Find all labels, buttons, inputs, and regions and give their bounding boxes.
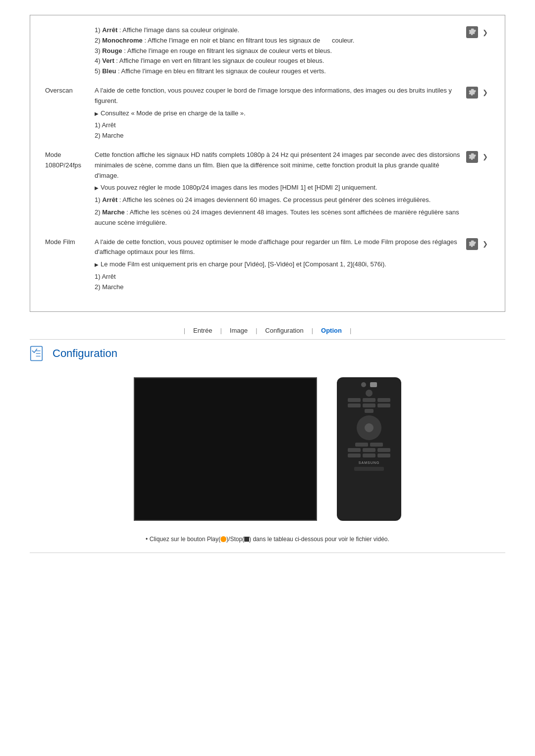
remote-btn-2c (377, 403, 390, 407)
label-film: Mode Film (45, 237, 95, 293)
remote-nav-ring (357, 415, 381, 440)
color-line-5: 5) Bleu : Affiche l'image en bleu en fil… (95, 66, 460, 77)
label-colors (45, 25, 95, 77)
label-overscan: Overscan (45, 86, 95, 141)
text-film: A l'aide de cette fonction, vous pouvez … (95, 237, 460, 293)
1080p-marche-label: Marche (102, 208, 125, 216)
film-note: Le mode Film est uniquement pris en char… (95, 259, 460, 270)
remote-bottom-btn (354, 467, 384, 471)
nav-item-entree[interactable]: Entrée (189, 327, 216, 334)
gear-icon (466, 26, 478, 38)
film-opt2: 2) Marche (95, 282, 460, 293)
remote-nav-center (365, 423, 374, 432)
1080p-opt2: 2) Marche : Affiche les scènes où 24 ima… (95, 207, 460, 228)
color-line-4: 4) Vert : Affiche l'image en vert en fil… (95, 56, 460, 66)
1080p-note: Vous pouvez régler le mode 1080p/24 imag… (95, 183, 460, 193)
arrow-right-icon-overscan: ❯ (480, 87, 490, 99)
1080p-opt1: 1) Arrêt : Affiche les scènes où 24 imag… (95, 195, 460, 205)
remote-btn-4a (355, 443, 368, 447)
text-overscan: A l'aide de cette fonction, vous pouvez … (95, 86, 460, 141)
remote-top-row (361, 382, 377, 387)
1080p-desc: Cette fonction affiche les signaux HD na… (95, 150, 460, 181)
tv-screen (134, 377, 317, 521)
remote-row-3 (365, 409, 374, 413)
color-line-3: 3) Rouge : Affiche l'image en rouge en f… (95, 46, 460, 56)
text-colors: 1) Arrêt : Affiche l'image dans sa coule… (95, 25, 460, 77)
remote-row-4 (355, 443, 383, 447)
footer-note: • Cliquez sur le bouton Play()/Stop() da… (30, 536, 505, 543)
footer-divider (30, 553, 505, 553)
remote-row-2 (348, 403, 390, 407)
remote-control: SAMSUNG (337, 377, 401, 521)
remote-btn-2b (363, 403, 375, 407)
film-desc: A l'aide de cette fonction, vous pouvez … (95, 237, 460, 258)
gear-icon-film (466, 238, 478, 250)
remote-brand-label: SAMSUNG (359, 461, 379, 464)
icon-col-overscan: ❯ (460, 86, 490, 141)
remote-btn-circle1 (366, 390, 373, 397)
overscan-opt1: 1) Arrêt (95, 120, 460, 131)
stop-icon (244, 537, 249, 542)
remote-btn-4b (370, 443, 383, 447)
media-area: SAMSUNG (30, 377, 505, 521)
remote-btn-5b (363, 448, 375, 452)
overscan-note: Consultez « Mode de prise en charge de l… (95, 108, 460, 119)
remote-btn-5c (377, 448, 390, 452)
icon-col-colors: ❯ (460, 25, 490, 77)
nav-item-image[interactable]: Image (226, 327, 252, 334)
remote-btn-1c (377, 398, 390, 402)
remote-btn-power (361, 382, 366, 387)
content-row-colors: 1) Arrêt : Affiche l'image dans sa coule… (45, 25, 490, 77)
remote-btn-3a (365, 409, 374, 413)
top-content-box: 1) Arrêt : Affiche l'image dans sa coule… (30, 15, 505, 312)
arrow-right-icon-film: ❯ (480, 238, 490, 250)
color-rouge-label: Rouge (102, 47, 122, 54)
nav-bar: | Entrée | Image | Configuration | Optio… (0, 327, 535, 334)
remote-btn-5a (348, 448, 361, 452)
nav-item-option[interactable]: Option (317, 327, 346, 334)
color-mono-label: Monochrome (102, 37, 143, 44)
arrow-right-icon: ❯ (480, 26, 490, 38)
color-arret-label: Arrêt (102, 26, 117, 34)
1080p-arret-label: Arrêt (102, 196, 117, 203)
color-line-1: 1) Arrêt : Affiche l'image dans sa coule… (95, 25, 460, 36)
remote-btn-1a (348, 398, 361, 402)
remote-row-5 (348, 448, 390, 452)
config-page-icon (30, 345, 48, 362)
color-bleu-label: Bleu (102, 67, 116, 75)
nav-divider (30, 339, 505, 340)
section-header: Configuration (30, 345, 505, 362)
remote-btn-6c (377, 454, 390, 457)
nav-sep-1: | (180, 327, 189, 334)
text-1080p: Cette fonction affiche les signaux HD na… (95, 150, 460, 228)
remote-btn-1b (363, 398, 375, 402)
nav-sep-3: | (252, 327, 261, 334)
play-icon (220, 536, 226, 542)
nav-sep-2: | (216, 327, 225, 334)
icon-col-film: ❯ (460, 237, 490, 293)
color-line-2: 2) Monochrome : Affiche l'image en noir … (95, 36, 460, 46)
film-opt1: 1) Arrêt (95, 272, 460, 282)
remote-btn-2a (348, 403, 361, 407)
overscan-opt2: 2) Marche (95, 131, 460, 141)
color-mono-cont: couleur. (332, 37, 355, 44)
remote-row-6 (348, 454, 390, 457)
gear-icon-1080p (466, 151, 478, 163)
arrow-right-icon-1080p: ❯ (480, 151, 490, 163)
content-row-1080p: Mode1080P/24fps Cette fonction affiche l… (45, 150, 490, 228)
nav-item-configuration[interactable]: Configuration (261, 327, 307, 334)
remote-btn-6b (363, 454, 375, 457)
remote-btn-tv (370, 382, 377, 387)
icon-col-1080p: ❯ (460, 150, 490, 228)
overscan-desc: A l'aide de cette fonction, vous pouvez … (95, 86, 460, 106)
section-title: Configuration (53, 347, 117, 360)
label-1080p: Mode1080P/24fps (45, 150, 95, 228)
remote-row-1 (348, 398, 390, 402)
color-vert-label: Vert (102, 57, 114, 64)
remote-btn-6a (348, 454, 361, 457)
gear-icon-overscan (466, 87, 478, 99)
content-row-film: Mode Film A l'aide de cette fonction, vo… (45, 237, 490, 293)
nav-sep-5: | (346, 327, 355, 334)
nav-sep-4: | (308, 327, 317, 334)
content-row-overscan: Overscan A l'aide de cette fonction, vou… (45, 86, 490, 141)
